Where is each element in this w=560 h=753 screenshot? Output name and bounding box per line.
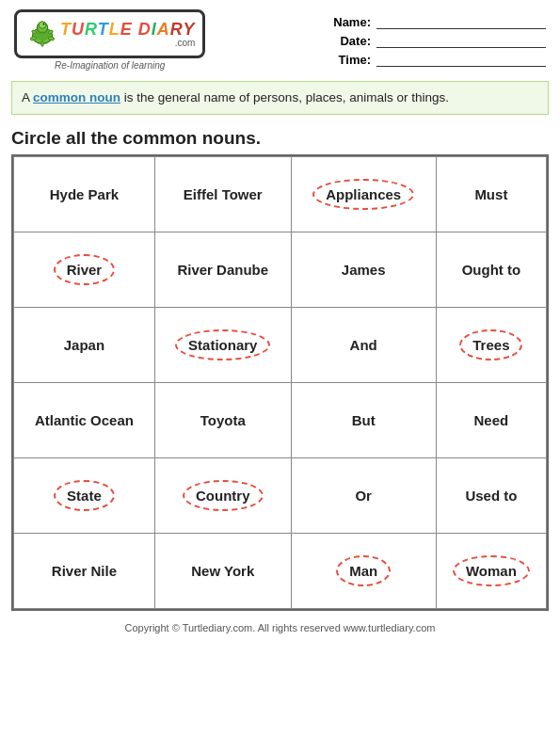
table-cell: Ought to [436, 232, 546, 308]
table-cell: Must [436, 157, 546, 232]
header: TURTLE DIARY .com Re-Imagination of lear… [0, 0, 560, 75]
table-cell: Eiffel Tower [154, 157, 291, 232]
svg-point-4 [42, 24, 44, 25]
grid-container: Hyde ParkEiffel TowerAppliancesMustRiver… [11, 154, 549, 611]
table-cell: River [14, 232, 155, 308]
table-cell: James [291, 232, 436, 308]
table-cell: River Nile [14, 534, 155, 609]
table-cell: Japan [14, 308, 155, 383]
table-cell: Man [291, 534, 436, 609]
table-cell: Stationary [154, 308, 291, 383]
date-label: Date: [333, 34, 371, 48]
logo-text: TURTLE DIARY .com [60, 21, 195, 48]
logo-com: .com [60, 38, 195, 48]
circled-noun: Trees [459, 329, 522, 360]
logo-area: TURTLE DIARY .com Re-Imagination of lear… [14, 9, 205, 71]
table-cell: Need [436, 383, 546, 458]
table-cell: Hyde Park [14, 157, 155, 232]
table-row: River NileNew YorkManWoman [14, 534, 547, 609]
svg-point-2 [36, 31, 48, 40]
table-row: Atlantic OceanToyotaButNeed [14, 383, 547, 458]
table-cell: Or [291, 458, 436, 534]
logo-title: TURTLE DIARY [60, 21, 195, 38]
table-row: Hyde ParkEiffel TowerAppliancesMust [14, 157, 547, 232]
table-cell: And [291, 308, 436, 383]
noun-table: Hyde ParkEiffel TowerAppliancesMustRiver… [13, 156, 547, 609]
common-noun-highlight: common noun [33, 90, 120, 104]
table-cell: Trees [436, 308, 546, 383]
svg-point-9 [41, 41, 44, 47]
table-cell: Woman [436, 534, 546, 609]
section-title: Circle all the common nouns. [0, 120, 560, 154]
table-row: JapanStationaryAndTrees [14, 308, 547, 383]
circled-noun: Country [183, 480, 264, 511]
time-input[interactable] [376, 52, 546, 67]
info-box: A common noun is the general name of per… [11, 81, 549, 115]
circled-noun: State [54, 480, 115, 511]
info-text-after: is the general name of persons, places, … [120, 90, 449, 104]
date-input[interactable] [376, 33, 546, 48]
logo-box: TURTLE DIARY .com [14, 9, 205, 58]
form-fields: Name: Date: Time: [333, 9, 546, 67]
table-cell: State [14, 458, 155, 534]
time-label: Time: [333, 53, 371, 67]
circled-noun: Stationary [175, 329, 270, 360]
footer: Copyright © Turtlediary.com. All rights … [0, 617, 560, 637]
circled-noun: Woman [453, 555, 530, 586]
table-cell: Toyota [154, 383, 291, 458]
table-cell: New York [154, 534, 291, 609]
circled-noun: Man [336, 555, 391, 586]
date-row: Date: [333, 33, 546, 48]
name-input[interactable] [376, 14, 546, 29]
circled-noun: Appliances [312, 179, 414, 210]
turtle-icon [24, 16, 60, 52]
table-cell: But [291, 383, 436, 458]
table-cell: Country [154, 458, 291, 534]
table-cell: River Danube [154, 232, 291, 308]
table-row: StateCountryOrUsed to [14, 458, 547, 534]
logo-tagline: Re-Imagination of learning [55, 60, 165, 71]
table-cell: Appliances [291, 157, 436, 232]
time-row: Time: [333, 52, 546, 67]
info-text-before: A [22, 90, 33, 104]
table-cell: Atlantic Ocean [14, 383, 155, 458]
name-row: Name: [333, 14, 546, 29]
table-cell: Used to [436, 458, 546, 534]
svg-point-3 [39, 22, 46, 29]
circled-noun: River [54, 254, 116, 285]
table-row: RiverRiver DanubeJamesOught to [14, 232, 547, 308]
name-label: Name: [333, 15, 371, 29]
